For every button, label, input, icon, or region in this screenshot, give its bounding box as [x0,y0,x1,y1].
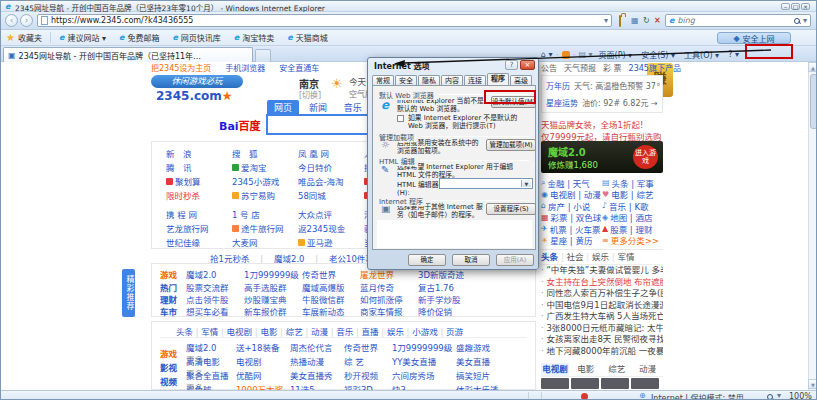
table-link[interactable]: 魔域2.0 [186,341,236,353]
logo-ribbon[interactable]: 休闲游戏必玩 [151,75,243,88]
dialog-close-button[interactable]: × [520,60,535,70]
command-item[interactable]: 页面(P) ▾ [599,49,633,60]
category-cell[interactable]: ≡更多分类>> [602,234,663,246]
home-icon[interactable]: ⌂ ▾ [541,50,553,59]
html-editor-select[interactable]: ▼ [439,178,533,189]
topnav-link[interactable]: 安全直通车 [279,62,319,73]
grid-link[interactable]: 今日特价 [298,161,360,173]
game-banner[interactable]: 魔域2.0 修炼赚1,680 进入游戏 [541,141,663,173]
grid-link[interactable]: 新 浪 [166,147,228,159]
grid-link[interactable]: 艺龙旅行网 [166,222,228,234]
baidu-logo[interactable]: Bai百度 [219,117,261,133]
news-item[interactable]: 3张8000日元纸币藏暗记: 太牛(图) [541,323,663,335]
refresh-button[interactable]: ↻ [643,14,650,27]
play-badge[interactable]: 进入游戏 [633,145,658,169]
table-link[interactable]: 1刀9999999级 [392,341,456,353]
grid-link[interactable]: 亚马逊 [298,236,360,248]
table-link[interactable]: 周杰伦代言 [290,341,344,353]
rec-link[interactable]: 如何抓涨停 [360,293,417,305]
favorites-item[interactable]: e建议网站 ▾ [59,32,106,43]
grid-link[interactable]: 腾 讯 [166,161,228,173]
query-label-link[interactable]: 星座运势 [546,97,578,108]
prompt-checkbox[interactable] [397,115,404,122]
logo-text[interactable]: 2345.com★ [156,89,233,103]
rec-link[interactable]: 魔域2.0 [186,268,243,280]
ad-link[interactable]: 天猫品牌女装，全场1折起! [541,118,663,130]
table-link[interactable]: 搞笑短片 [456,369,508,381]
grid-link[interactable]: 大麦网 [232,236,294,248]
scroll-up-icon[interactable]: ▲ [808,62,817,72]
rec-link[interactable]: 新手学炒股 [418,293,475,305]
favorites-item[interactable]: e网页快讯库 [172,32,220,43]
grid-link[interactable]: 聚划算 [166,175,228,187]
category-cell[interactable]: ✈机票 | 火车票 [541,223,602,235]
table-link[interactable]: 快3 [392,383,456,390]
grid-link[interactable]: 携 程 网 [166,208,228,220]
table-tab[interactable]: 军情 [193,327,218,337]
table-tab[interactable]: 电视剧 [218,327,252,337]
rec-link[interactable]: 魔域高爆版 [302,281,359,293]
table-link[interactable]: 双色球 [186,383,236,390]
category-cell[interactable]: ⌂房产 | 小说 [541,200,602,212]
table-link[interactable]: 1000万大奖 [236,383,290,390]
address-field[interactable]: https://www.2345.com/?k43436555 ▾ [37,14,612,27]
scroll-down-icon[interactable]: ▼ [808,379,817,389]
search-dropdown-icon[interactable]: ▾ [803,16,807,25]
table-tab[interactable]: 直播 [353,327,378,337]
rec-link[interactable]: 1刀999999级 [244,268,301,280]
table-link[interactable]: 传奇世界 [344,341,392,353]
close-button[interactable]: × [801,3,810,10]
feed-icon[interactable] [562,51,570,59]
sidebar-top-link[interactable]: 天气预报 [564,62,596,73]
category-cell[interactable]: ◉电视剧 | 动漫 [541,188,602,200]
sidebar-top-link[interactable]: 公告 [541,62,557,73]
news-item[interactable]: 中国电信9月1日起取消长途漫游费 [541,300,663,312]
favorites-item[interactable]: e天猫商城 [287,32,327,43]
table-tab[interactable]: 页游 [438,327,463,337]
grid-link[interactable]: 58同城 [298,189,360,201]
safe-surf-button[interactable]: ◆ 安全上网 [717,32,791,44]
video-thumbnail[interactable] [541,378,569,389]
video-thumbnail[interactable] [571,378,599,389]
grid-link[interactable]: 搜 狐 [232,147,294,159]
news-tab[interactable]: 社会 [561,252,584,262]
set-programs-button[interactable]: 设置程序(S) [486,203,536,215]
table-link[interactable]: 热播动漫 [290,355,344,367]
rec-link[interactable]: 想买车必看 [186,305,243,317]
rec-link[interactable]: 点击领牛股 [186,293,243,305]
address-url[interactable]: https://www.2345.com/?k43436555 [51,16,604,25]
table-tab[interactable]: 小游戏 [404,327,438,337]
command-item[interactable]: 安全(S) ▾ [641,49,675,60]
table-tab[interactable]: 头条 [176,327,193,337]
favorites-button[interactable]: 收藏夹 [18,32,42,43]
category-cell[interactable]: ▲股票 | 理财 [602,223,663,235]
table-link[interactable]: 优酷网 [236,369,290,381]
table-tab[interactable]: 动漫 [303,327,328,337]
news-item[interactable]: “中年失独”夫妻做试管婴儿 多半为二胎 [541,265,663,277]
topnav-link[interactable]: 手机浏览器 [225,62,265,73]
select-dropdown-icon[interactable]: ▼ [521,180,531,187]
category-cell[interactable]: ⌕金融 | 天气 [541,177,602,189]
news-tab[interactable]: 头条 [541,252,558,262]
category-cell[interactable]: ▤头条 | 军事 [602,177,663,189]
search-input-text[interactable]: bing [677,16,794,25]
rec-link[interactable]: 车展新动态 [302,305,359,317]
scrollbar[interactable]: ▲ ▼ [808,62,817,390]
media-tab[interactable]: 动漫 [634,363,662,376]
news-item[interactable]: 同性恋人索百万补偿生子之争(图) [541,288,663,300]
search-box[interactable]: e bing ▾ [665,14,811,27]
grid-link[interactable]: 1 号 店 [232,208,294,220]
rec-link[interactable]: 股票交流群 [186,281,243,293]
media-tab[interactable]: 电视剧 [541,363,569,376]
grid-link[interactable]: 限时秒杀 [166,189,228,201]
stop-button[interactable]: × [654,14,661,27]
table-link[interactable]: 综 艺 [344,355,392,367]
video-thumbnail[interactable] [631,378,659,389]
new-tab-stub[interactable] [255,49,271,62]
sidebar-top-link[interactable]: 2345旗下产品 [629,62,681,73]
rec-link[interactable]: 商家车情报 [360,305,417,317]
rec-link[interactable]: 高手选股群 [244,281,301,293]
rec-link[interactable]: 牛股微信群 [302,293,359,305]
table-link[interactable]: 美女直播 [456,355,508,367]
dialog-help-button[interactable]: ? [505,60,518,70]
